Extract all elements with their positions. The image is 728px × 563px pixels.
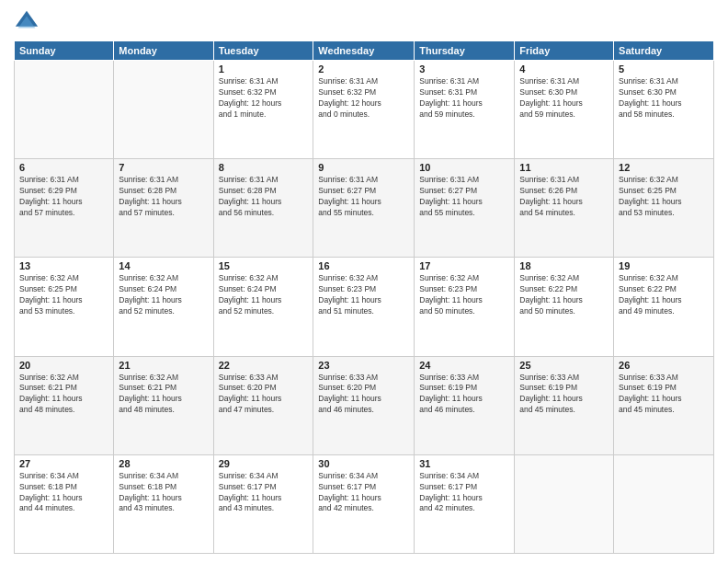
day-number: 25 xyxy=(519,360,609,371)
weekday-wednesday: Wednesday xyxy=(313,41,415,61)
day-info: Sunrise: 6:33 AM Sunset: 6:19 PM Dayligh… xyxy=(519,373,609,417)
day-cell: 15Sunrise: 6:32 AM Sunset: 6:24 PM Dayli… xyxy=(213,258,313,356)
day-info: Sunrise: 6:33 AM Sunset: 6:20 PM Dayligh… xyxy=(219,373,309,417)
day-cell: 22Sunrise: 6:33 AM Sunset: 6:20 PM Dayli… xyxy=(213,356,313,454)
day-cell xyxy=(114,61,213,159)
day-number: 6 xyxy=(19,162,108,173)
day-cell: 23Sunrise: 6:33 AM Sunset: 6:20 PM Dayli… xyxy=(313,356,415,454)
day-cell: 14Sunrise: 6:32 AM Sunset: 6:24 PM Dayli… xyxy=(114,258,213,356)
day-info: Sunrise: 6:34 AM Sunset: 6:18 PM Dayligh… xyxy=(19,471,108,515)
weekday-saturday: Saturday xyxy=(614,41,714,61)
day-info: Sunrise: 6:31 AM Sunset: 6:27 PM Dayligh… xyxy=(318,175,409,219)
day-cell: 29Sunrise: 6:34 AM Sunset: 6:17 PM Dayli… xyxy=(213,454,313,553)
day-info: Sunrise: 6:31 AM Sunset: 6:32 PM Dayligh… xyxy=(318,76,409,121)
day-number: 16 xyxy=(318,260,409,271)
day-number: 3 xyxy=(419,63,509,75)
day-cell: 4Sunrise: 6:31 AM Sunset: 6:30 PM Daylig… xyxy=(515,61,614,159)
day-number: 31 xyxy=(419,458,509,469)
day-cell: 6Sunrise: 6:31 AM Sunset: 6:29 PM Daylig… xyxy=(15,159,114,258)
day-info: Sunrise: 6:32 AM Sunset: 6:22 PM Dayligh… xyxy=(519,273,609,317)
day-cell: 25Sunrise: 6:33 AM Sunset: 6:19 PM Dayli… xyxy=(515,356,614,454)
day-cell: 7Sunrise: 6:31 AM Sunset: 6:28 PM Daylig… xyxy=(114,159,213,258)
page: SundayMondayTuesdayWednesdayThursdayFrid… xyxy=(0,0,728,563)
day-number: 28 xyxy=(119,458,208,469)
day-info: Sunrise: 6:31 AM Sunset: 6:29 PM Dayligh… xyxy=(19,175,108,219)
day-number: 8 xyxy=(219,162,309,173)
day-info: Sunrise: 6:32 AM Sunset: 6:21 PM Dayligh… xyxy=(19,373,108,417)
day-info: Sunrise: 6:33 AM Sunset: 6:19 PM Dayligh… xyxy=(619,373,709,417)
day-cell: 24Sunrise: 6:33 AM Sunset: 6:19 PM Dayli… xyxy=(415,356,515,454)
day-number: 29 xyxy=(219,458,309,469)
day-number: 26 xyxy=(619,360,709,371)
day-cell: 11Sunrise: 6:31 AM Sunset: 6:26 PM Dayli… xyxy=(515,159,614,258)
weekday-header-row: SundayMondayTuesdayWednesdayThursdayFrid… xyxy=(15,41,714,61)
week-row-4: 20Sunrise: 6:32 AM Sunset: 6:21 PM Dayli… xyxy=(15,356,714,454)
week-row-5: 27Sunrise: 6:34 AM Sunset: 6:18 PM Dayli… xyxy=(15,454,714,553)
day-info: Sunrise: 6:33 AM Sunset: 6:19 PM Dayligh… xyxy=(419,373,509,417)
day-number: 23 xyxy=(318,360,409,371)
day-number: 24 xyxy=(419,360,509,371)
day-number: 9 xyxy=(318,162,409,173)
day-info: Sunrise: 6:33 AM Sunset: 6:20 PM Dayligh… xyxy=(318,373,409,417)
day-cell: 19Sunrise: 6:32 AM Sunset: 6:22 PM Dayli… xyxy=(614,258,714,356)
day-info: Sunrise: 6:31 AM Sunset: 6:31 PM Dayligh… xyxy=(419,76,509,121)
weekday-sunday: Sunday xyxy=(15,41,114,61)
day-info: Sunrise: 6:32 AM Sunset: 6:21 PM Dayligh… xyxy=(119,373,208,417)
day-cell: 10Sunrise: 6:31 AM Sunset: 6:27 PM Dayli… xyxy=(415,159,515,258)
day-cell: 2Sunrise: 6:31 AM Sunset: 6:32 PM Daylig… xyxy=(313,61,415,159)
day-cell xyxy=(515,454,614,553)
day-info: Sunrise: 6:32 AM Sunset: 6:25 PM Dayligh… xyxy=(619,175,709,219)
weekday-thursday: Thursday xyxy=(415,41,515,61)
day-number: 12 xyxy=(619,162,709,173)
day-cell: 28Sunrise: 6:34 AM Sunset: 6:18 PM Dayli… xyxy=(114,454,213,553)
day-number: 18 xyxy=(519,260,609,271)
weekday-monday: Monday xyxy=(114,41,213,61)
day-number: 17 xyxy=(419,260,509,271)
logo-icon xyxy=(14,9,40,35)
day-number: 21 xyxy=(119,360,208,371)
day-cell: 8Sunrise: 6:31 AM Sunset: 6:28 PM Daylig… xyxy=(213,159,313,258)
day-cell: 27Sunrise: 6:34 AM Sunset: 6:18 PM Dayli… xyxy=(15,454,114,553)
day-cell: 17Sunrise: 6:32 AM Sunset: 6:23 PM Dayli… xyxy=(415,258,515,356)
day-number: 10 xyxy=(419,162,509,173)
week-row-1: 1Sunrise: 6:31 AM Sunset: 6:32 PM Daylig… xyxy=(15,61,714,159)
week-row-2: 6Sunrise: 6:31 AM Sunset: 6:29 PM Daylig… xyxy=(15,159,714,258)
day-cell xyxy=(15,61,114,159)
day-info: Sunrise: 6:34 AM Sunset: 6:17 PM Dayligh… xyxy=(419,471,509,515)
day-number: 13 xyxy=(19,260,108,271)
day-info: Sunrise: 6:31 AM Sunset: 6:26 PM Dayligh… xyxy=(519,175,609,219)
day-info: Sunrise: 6:32 AM Sunset: 6:24 PM Dayligh… xyxy=(219,273,309,317)
weekday-friday: Friday xyxy=(515,41,614,61)
day-info: Sunrise: 6:34 AM Sunset: 6:18 PM Dayligh… xyxy=(119,471,208,515)
header xyxy=(14,9,714,35)
day-info: Sunrise: 6:32 AM Sunset: 6:23 PM Dayligh… xyxy=(419,273,509,317)
day-info: Sunrise: 6:32 AM Sunset: 6:24 PM Dayligh… xyxy=(119,273,208,317)
day-number: 30 xyxy=(318,458,409,469)
day-info: Sunrise: 6:31 AM Sunset: 6:32 PM Dayligh… xyxy=(219,76,309,121)
day-cell: 13Sunrise: 6:32 AM Sunset: 6:25 PM Dayli… xyxy=(15,258,114,356)
day-number: 11 xyxy=(519,162,609,173)
calendar-table: SundayMondayTuesdayWednesdayThursdayFrid… xyxy=(14,40,714,554)
day-cell: 9Sunrise: 6:31 AM Sunset: 6:27 PM Daylig… xyxy=(313,159,415,258)
weekday-tuesday: Tuesday xyxy=(213,41,313,61)
day-cell: 1Sunrise: 6:31 AM Sunset: 6:32 PM Daylig… xyxy=(213,61,313,159)
day-number: 20 xyxy=(19,360,108,371)
day-number: 15 xyxy=(219,260,309,271)
day-cell: 30Sunrise: 6:34 AM Sunset: 6:17 PM Dayli… xyxy=(313,454,415,553)
day-cell xyxy=(614,454,714,553)
day-number: 22 xyxy=(219,360,309,371)
day-info: Sunrise: 6:34 AM Sunset: 6:17 PM Dayligh… xyxy=(318,471,409,515)
day-info: Sunrise: 6:31 AM Sunset: 6:30 PM Dayligh… xyxy=(619,76,709,121)
day-cell: 26Sunrise: 6:33 AM Sunset: 6:19 PM Dayli… xyxy=(614,356,714,454)
day-cell: 18Sunrise: 6:32 AM Sunset: 6:22 PM Dayli… xyxy=(515,258,614,356)
day-number: 2 xyxy=(318,63,409,75)
day-cell: 5Sunrise: 6:31 AM Sunset: 6:30 PM Daylig… xyxy=(614,61,714,159)
day-number: 14 xyxy=(119,260,208,271)
day-info: Sunrise: 6:34 AM Sunset: 6:17 PM Dayligh… xyxy=(219,471,309,515)
day-cell: 3Sunrise: 6:31 AM Sunset: 6:31 PM Daylig… xyxy=(415,61,515,159)
day-number: 27 xyxy=(19,458,108,469)
day-number: 1 xyxy=(219,63,309,75)
day-info: Sunrise: 6:32 AM Sunset: 6:23 PM Dayligh… xyxy=(318,273,409,317)
day-number: 19 xyxy=(619,260,709,271)
day-cell: 16Sunrise: 6:32 AM Sunset: 6:23 PM Dayli… xyxy=(313,258,415,356)
